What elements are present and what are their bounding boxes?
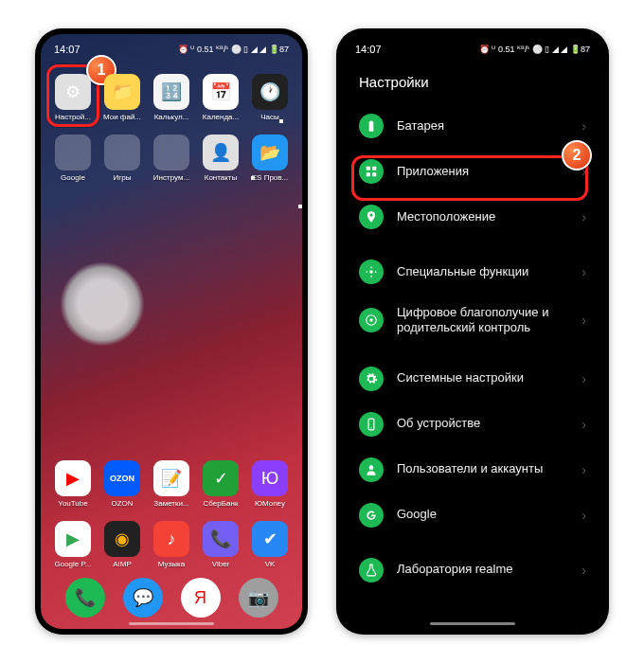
home-screen: 14:07 ⏰ ᵁ 0.51 ᴷᴮ/ˢ ⚪ ▯ ◢ ◢ 🔋87 ⚙Настрой…	[41, 34, 302, 629]
glyph-icon[interactable]: Ю	[252, 460, 288, 496]
app-grid-row2: GoogleИгрыИнструм...👤Контакты📂ES Пров...	[41, 121, 302, 182]
app-icon-игры[interactable]: Игры	[99, 134, 145, 182]
chevron-right-icon: ›	[581, 313, 586, 328]
glyph-icon[interactable]: ◉	[104, 521, 140, 557]
glyph-icon[interactable]: 👤	[203, 134, 239, 170]
app-label: Калькул...	[154, 113, 189, 121]
glyph-icon[interactable]: 🕐	[252, 74, 288, 110]
home-indicator[interactable]	[129, 622, 214, 625]
app-icon-заметки-[interactable]: 📝Заметки...	[149, 460, 194, 508]
glyph-icon[interactable]: ▶	[55, 521, 91, 557]
svg-point-6	[370, 276, 372, 278]
glyph-icon[interactable]: ♪	[153, 521, 189, 557]
app-icon-инструм-[interactable]: Инструм...	[149, 134, 194, 182]
app-tile-icon[interactable]	[104, 134, 140, 170]
glyph-icon[interactable]: 📷	[239, 578, 278, 618]
svg-point-5	[370, 266, 372, 268]
app-label: ES Пров...	[252, 173, 288, 182]
lab-icon	[359, 558, 384, 582]
app-label: Google	[61, 173, 85, 182]
app-tile-icon[interactable]	[55, 134, 91, 170]
svg-point-4	[369, 270, 373, 274]
glyph-icon[interactable]: ✔	[252, 521, 288, 557]
setting-label: Лаборатория realme	[397, 562, 568, 577]
settings-row-battery[interactable]: Батарея›	[342, 103, 603, 149]
settings-row-lab[interactable]: Лаборатория realme›	[342, 547, 603, 593]
glyph-icon[interactable]: 📞	[65, 578, 105, 618]
svg-point-7	[366, 271, 367, 273]
home-indicator[interactable]	[430, 622, 515, 625]
settings-row-about[interactable]: Об устройстве›	[342, 402, 603, 447]
glyph-icon[interactable]: ⚙	[55, 74, 91, 110]
app-icon-google-p-[interactable]: ▶Google P...	[50, 521, 96, 568]
app-icon-музыка[interactable]: ♪Музыка	[149, 521, 194, 568]
star-icon	[359, 260, 384, 284]
app-label: VK	[265, 560, 276, 568]
app-icon-часы[interactable]: 🕐Часы	[247, 74, 293, 121]
location-icon	[359, 205, 384, 229]
app-tile-icon[interactable]	[153, 134, 189, 170]
app-tile-icon[interactable]: OZON	[104, 460, 140, 496]
app-icon-[interactable]: Я	[181, 578, 221, 618]
chevron-right-icon: ›	[581, 209, 586, 224]
glyph-icon[interactable]: 📅	[203, 74, 239, 110]
chevron-right-icon: ›	[581, 563, 586, 578]
glyph-icon[interactable]: Я	[181, 578, 221, 618]
app-icon-калькул-[interactable]: 🔢Калькул...	[149, 74, 194, 121]
about-icon	[359, 412, 384, 437]
svg-point-8	[375, 271, 377, 273]
app-icon-[interactable]: 💬	[123, 578, 163, 618]
app-icon-юmoney[interactable]: ЮЮMoney	[247, 460, 293, 508]
app-icon-aimp[interactable]: ◉AIMP	[99, 521, 145, 568]
app-label: Мои фай...	[103, 113, 141, 121]
glyph-icon[interactable]: ✓	[203, 460, 239, 496]
app-icon-сбербанк[interactable]: ✓СберБанк	[198, 460, 243, 508]
svg-point-12	[370, 427, 371, 428]
status-time: 14:07	[355, 44, 382, 55]
app-label: OZON	[111, 499, 133, 508]
app-icon-vk[interactable]: ✔VK	[247, 521, 293, 568]
chevron-right-icon: ›	[581, 264, 586, 279]
glyph-icon[interactable]: 📝	[153, 460, 189, 496]
settings-row-wellbeing[interactable]: Цифровое благополучие и родительский кон…	[342, 295, 603, 347]
app-icon-мои-фай-[interactable]: 📁Мои фай...	[99, 74, 145, 121]
dock: 📞💬Я📷	[41, 568, 302, 629]
glyph-icon[interactable]: 📁	[104, 74, 140, 110]
app-icon-настрой-[interactable]: ⚙Настрой...	[50, 74, 96, 121]
settings-row-gear[interactable]: Системные настройки›	[342, 356, 603, 402]
app-grid-row4: ▶Google P...◉AIMP♪Музыка📞Viber✔VK	[41, 508, 302, 568]
page-title: Настройки	[342, 61, 603, 103]
chevron-right-icon: ›	[581, 462, 586, 477]
app-label: Настрой...	[55, 113, 91, 121]
app-icon-youtube[interactable]: ▶YouTube	[50, 460, 96, 508]
app-icon-viber[interactable]: 📞Viber	[198, 521, 243, 568]
statusbar: 14:07 ⏰ ᵁ 0.51 ᴷᴮ/ˢ ⚪ ▯ ◢ ◢ 🔋87	[342, 34, 603, 61]
app-label: Музыка	[158, 560, 185, 568]
phone-right: 14:07 ⏰ ᵁ 0.51 ᴷᴮ/ˢ ⚪ ▯ ◢ ◢ 🔋87 Настройк…	[336, 28, 609, 635]
google-icon	[359, 503, 384, 528]
settings-row-location[interactable]: Местоположение›	[342, 194, 603, 240]
app-icon-[interactable]: 📷	[239, 578, 278, 618]
app-label: Игры	[114, 173, 132, 182]
glyph-icon[interactable]: 📂	[252, 134, 288, 170]
settings-row-star[interactable]: Специальные функции›	[342, 249, 603, 295]
glyph-icon[interactable]: ▶	[55, 460, 91, 496]
setting-label: Об устройстве	[397, 416, 568, 431]
settings-row-user[interactable]: Пользователи и аккаунты›	[342, 447, 603, 493]
settings-row-google[interactable]: Google›	[342, 493, 603, 538]
app-label: Заметки...	[153, 499, 188, 508]
chevron-right-icon: ›	[581, 371, 586, 386]
app-icon-google[interactable]: Google	[50, 134, 96, 182]
app-icon-es-пров-[interactable]: 📂ES Пров...	[247, 134, 293, 182]
settings-screen: 14:07 ⏰ ᵁ 0.51 ᴷᴮ/ˢ ⚪ ▯ ◢ ◢ 🔋87 Настройк…	[342, 34, 603, 629]
glyph-icon[interactable]: 📞	[203, 521, 239, 557]
app-icon-календа-[interactable]: 📅Календа...	[198, 74, 243, 121]
status-icons: ⏰ ᵁ 0.51 ᴷᴮ/ˢ ⚪ ▯ ◢ ◢ 🔋87	[479, 45, 590, 54]
glyph-icon[interactable]: 💬	[123, 578, 163, 618]
app-label: AIMP	[113, 560, 132, 568]
highlight-apps-row	[351, 155, 588, 201]
app-icon-ozon[interactable]: OZONOZON	[99, 460, 145, 508]
glyph-icon[interactable]: 🔢	[153, 74, 189, 110]
app-icon-[interactable]: 📞	[65, 578, 105, 618]
app-icon-контакты[interactable]: 👤Контакты	[198, 134, 243, 182]
